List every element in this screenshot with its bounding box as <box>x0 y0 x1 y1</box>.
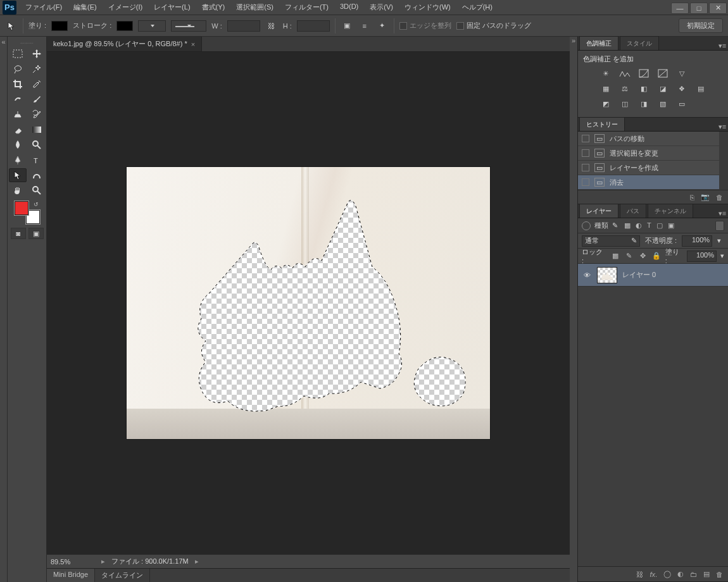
menu-window[interactable]: ウィンドウ(W) <box>399 1 456 14</box>
tool-magic-wand[interactable] <box>28 62 46 76</box>
filter-smart-icon[interactable]: ▣ <box>668 221 674 230</box>
layer-fx-icon[interactable]: fx. <box>650 571 657 578</box>
tool-indicator-path-selection-icon[interactable] <box>5 20 18 32</box>
menu-file[interactable]: ファイル(F) <box>20 1 67 14</box>
layer-thumbnail[interactable] <box>597 267 617 283</box>
adj-brightness-icon[interactable]: ☀ <box>599 68 613 79</box>
history-item[interactable]: ▭選択範囲を変更 <box>578 146 719 161</box>
tab-layers[interactable]: レイヤー <box>579 204 618 218</box>
blend-mode-select[interactable]: 通常✎ <box>582 235 640 247</box>
layer-visibility-icon[interactable]: 👁 <box>582 271 592 279</box>
adj-color-lookup-icon[interactable]: ▤ <box>694 83 708 94</box>
tool-eyedropper[interactable] <box>28 77 46 91</box>
panel-menu-icon[interactable]: ▾≡ <box>717 209 728 218</box>
tool-type[interactable]: T <box>28 153 46 167</box>
constrain-path-drag-checkbox[interactable]: 固定 パスのドラッグ <box>456 21 531 30</box>
filter-type-icon[interactable]: T <box>647 221 651 230</box>
stroke-width-dropdown[interactable] <box>138 20 166 32</box>
tab-mini-bridge[interactable]: Mini Bridge <box>47 569 95 582</box>
history-scrollbar[interactable] <box>719 132 728 190</box>
tool-spot-heal[interactable] <box>9 92 27 106</box>
filter-shape-icon[interactable]: ▢ <box>656 221 663 230</box>
path-ops-overlap-icon[interactable]: ▣ <box>341 20 353 32</box>
adj-threshold-icon[interactable]: ◨ <box>637 98 651 109</box>
foreground-color-swatch[interactable] <box>15 201 28 215</box>
lock-all-icon[interactable]: 🔒 <box>651 251 662 261</box>
history-new-doc-icon[interactable]: ⎘ <box>690 194 694 201</box>
menu-edit[interactable]: 編集(E) <box>68 1 102 14</box>
layer-name[interactable]: レイヤー 0 <box>622 270 656 280</box>
new-group-icon[interactable]: 🗀 <box>690 571 697 578</box>
filter-adjust-icon[interactable]: ◐ <box>636 221 642 230</box>
tab-channels[interactable]: チャンネル <box>648 204 693 218</box>
link-layers-icon[interactable]: ⛓ <box>636 571 643 578</box>
reset-options-button[interactable]: 初期設定 <box>679 18 723 33</box>
opacity-dropdown-icon[interactable]: ▾ <box>717 237 721 245</box>
tool-brush[interactable] <box>28 92 46 106</box>
adj-hue-sat-icon[interactable]: ▦ <box>599 83 613 94</box>
collapse-toolbox-arrow-icon[interactable]: « <box>0 38 7 49</box>
lock-pixels-icon[interactable]: ✎ <box>624 251 634 261</box>
canvas[interactable] <box>127 167 490 439</box>
window-maximize-button[interactable]: □ <box>690 3 708 14</box>
new-layer-icon[interactable]: ▤ <box>703 570 710 578</box>
shape-height-input[interactable] <box>297 20 330 32</box>
tool-rect-marquee[interactable] <box>9 47 27 61</box>
swap-colors-icon[interactable]: ↺ <box>34 201 39 207</box>
lock-transparency-icon[interactable]: ▩ <box>610 251 620 261</box>
panel-menu-icon[interactable]: ▾≡ <box>717 123 728 131</box>
tab-styles[interactable]: スタイル <box>620 36 659 50</box>
tool-history-brush[interactable] <box>28 108 46 121</box>
window-minimize-button[interactable]: — <box>671 3 689 14</box>
adj-selective-color-icon[interactable]: ▧ <box>656 98 670 109</box>
path-align-icon[interactable]: ≡ <box>358 20 371 32</box>
adj-levels-icon[interactable] <box>618 68 632 79</box>
screen-mode-button[interactable]: ▣ <box>28 228 44 239</box>
fill-swatch[interactable] <box>51 21 68 31</box>
window-close-button[interactable]: ✕ <box>709 3 727 14</box>
align-edges-checkbox[interactable]: エッジを整列 <box>399 21 451 30</box>
fill-opacity-dropdown-icon[interactable]: ▾ <box>720 252 724 260</box>
adj-vibrance-icon[interactable]: ▽ <box>675 68 689 79</box>
adj-posterize-icon[interactable]: ◫ <box>618 98 632 109</box>
document-tab-close-icon[interactable]: × <box>191 40 195 48</box>
fill-opacity-input[interactable]: 100% <box>687 251 717 262</box>
layer-row[interactable]: 👁 レイヤー 0 <box>578 264 728 287</box>
new-adjustment-layer-icon[interactable]: ◐ <box>677 570 684 578</box>
status-zoom[interactable]: 89.5% <box>51 558 95 566</box>
tool-pen[interactable] <box>9 153 27 167</box>
opacity-input[interactable]: 100% <box>682 235 712 247</box>
menu-help[interactable]: ヘルプ(H) <box>457 1 498 14</box>
expand-panels-arrow-icon[interactable]: » <box>570 37 577 48</box>
tab-timeline[interactable]: タイムライン <box>95 569 150 582</box>
tool-path-selection[interactable] <box>9 168 27 182</box>
tab-history[interactable]: ヒストリー <box>579 117 625 131</box>
adj-gradient-map-icon[interactable]: ▭ <box>675 98 689 109</box>
document-tab[interactable]: keko1.jpg @ 89.5% (レイヤー 0, RGB/8#) * × <box>47 37 202 51</box>
stroke-swatch[interactable] <box>116 21 133 31</box>
layer-filter-type-select[interactable]: 種類✎ <box>594 221 618 230</box>
menu-layer[interactable]: レイヤー(L) <box>149 1 195 14</box>
history-delete-icon[interactable]: 🗑 <box>716 194 723 201</box>
toolbox-grip[interactable]: ┈┈┈ <box>9 39 45 47</box>
tool-zoom[interactable] <box>28 183 46 197</box>
status-info-menu-icon[interactable]: ▸ <box>195 557 199 566</box>
menu-image[interactable]: イメージ(I) <box>103 1 147 14</box>
menu-filter[interactable]: フィルター(T) <box>280 1 334 14</box>
tool-blur[interactable] <box>9 138 27 152</box>
tool-crop[interactable] <box>9 77 27 91</box>
menu-3d[interactable]: 3D(D) <box>335 1 363 14</box>
panel-menu-icon[interactable]: ▾≡ <box>717 42 728 50</box>
history-item[interactable]: ▭消去 <box>578 175 719 190</box>
tool-clone-stamp[interactable] <box>9 108 27 121</box>
filter-pixel-icon[interactable]: ▩ <box>624 221 631 230</box>
adj-color-balance-icon[interactable]: ⚖ <box>618 83 632 94</box>
canvas-viewport[interactable] <box>47 52 570 554</box>
link-wh-icon[interactable]: ⛓ <box>265 20 278 32</box>
stroke-style-dropdown[interactable] <box>171 20 206 32</box>
layer-filter-toggle[interactable] <box>715 221 724 231</box>
menu-view[interactable]: 表示(V) <box>365 1 398 14</box>
tab-paths[interactable]: パス <box>620 204 646 218</box>
tool-eraser[interactable] <box>9 123 27 137</box>
shape-width-input[interactable] <box>227 20 260 32</box>
